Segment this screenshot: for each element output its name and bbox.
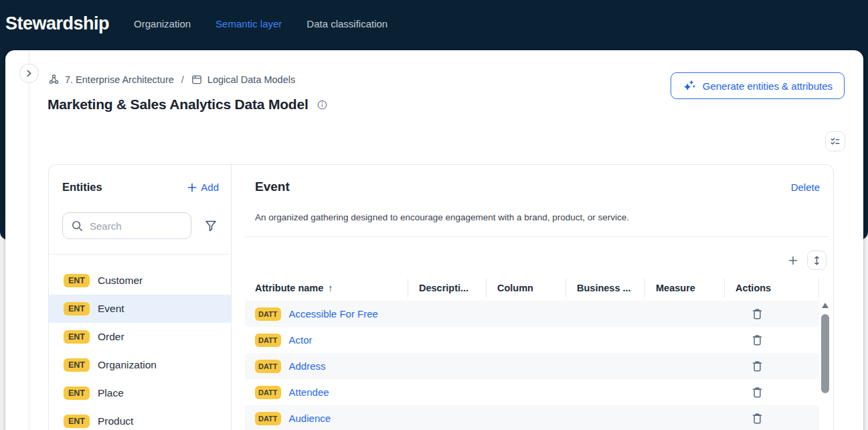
entity-item-product[interactable]: ENT Product — [49, 407, 231, 430]
sidebar-rail-divider — [29, 50, 29, 430]
plus-icon — [788, 255, 798, 266]
entity-name: Order — [98, 331, 124, 343]
hierarchy-icon — [48, 74, 60, 85]
entity-list: ENT Customer ENT Event ENT Order ENT Org… — [49, 267, 231, 430]
entity-name: Event — [98, 303, 124, 315]
search-box[interactable] — [62, 212, 191, 239]
trash-icon — [752, 308, 762, 320]
entity-item-organization[interactable]: ENT Organization — [49, 351, 231, 379]
delete-entity-button[interactable]: Delete — [791, 182, 820, 193]
column-header-label: Attribute name — [255, 283, 323, 293]
delete-attribute-button[interactable] — [752, 308, 762, 320]
column-header-measure[interactable]: Measure — [645, 279, 725, 297]
table-scrollbar[interactable] — [820, 303, 829, 430]
entities-divider — [49, 254, 231, 255]
attribute-type-badge: DATT — [255, 334, 281, 347]
search-icon — [71, 220, 84, 232]
table-row: DATT Address — [245, 353, 819, 379]
delete-attribute-button[interactable] — [752, 334, 762, 346]
trash-icon — [752, 386, 762, 399]
entity-type-badge: ENT — [64, 386, 90, 400]
plus-icon — [187, 183, 197, 192]
table-toolbar — [788, 250, 827, 270]
chevron-right-icon — [25, 70, 33, 77]
info-icon[interactable] — [317, 100, 327, 110]
attribute-name-link[interactable]: Audience — [289, 413, 331, 424]
search-input[interactable] — [90, 220, 183, 232]
attribute-type-badge: DATT — [255, 307, 281, 321]
breadcrumb-item-logical-data-models[interactable]: Logical Data Models — [191, 74, 295, 85]
entities-title: Entities — [62, 181, 102, 194]
nav-item-organization[interactable]: Organization — [134, 18, 191, 29]
generate-entities-button[interactable]: Generate entities & attributes — [671, 72, 845, 99]
entity-detail-title: Event — [255, 180, 290, 194]
model-icon — [191, 74, 202, 85]
nav-item-semantic-layer[interactable]: Semantic layer — [215, 18, 282, 29]
entity-item-place[interactable]: ENT Place — [49, 379, 231, 407]
entity-type-badge: ENT — [64, 330, 90, 344]
content-card: 7. Enterprise Architecture / Logical Dat… — [5, 50, 863, 430]
attribute-type-badge: DATT — [255, 386, 281, 399]
entity-name: Product — [98, 415, 133, 427]
attribute-name-link[interactable]: Attendee — [289, 386, 329, 398]
model-editor-panel: Entities Add — [48, 164, 834, 430]
entity-description: An organized gathering designed to encou… — [255, 212, 813, 222]
column-header-business[interactable]: Business ... — [566, 279, 645, 297]
table-row: DATT Accessible For Free — [245, 301, 819, 327]
breadcrumb-label: Logical Data Models — [207, 74, 295, 85]
checklist-icon — [830, 136, 841, 147]
app-root: Stewardship Organization Semantic layer … — [0, 0, 868, 430]
entity-item-order[interactable]: ENT Order — [49, 323, 231, 351]
filter-icon — [205, 220, 217, 232]
attribute-name-link[interactable]: Address — [289, 360, 326, 372]
add-attribute-button[interactable] — [788, 255, 798, 266]
entities-panel: Entities Add — [49, 165, 232, 430]
entity-item-event[interactable]: ENT Event — [49, 295, 231, 323]
trash-icon — [752, 413, 762, 425]
breadcrumb: 7. Enterprise Architecture / Logical Dat… — [48, 74, 295, 85]
entity-type-badge: ENT — [64, 274, 90, 287]
nav-item-data-classification[interactable]: Data classification — [307, 18, 387, 29]
expand-sidebar-button[interactable] — [19, 64, 39, 83]
delete-attribute-button[interactable] — [752, 413, 762, 425]
filter-button[interactable] — [199, 220, 222, 232]
entity-detail-panel: Event Delete An organized gathering desi… — [232, 165, 833, 430]
page-title: Marketing & Sales Analytics Data Model — [48, 96, 309, 113]
trash-icon — [752, 334, 762, 346]
table-row: DATT Attendee — [245, 379, 819, 405]
table-row: DATT Audience — [245, 405, 819, 430]
entity-name: Place — [98, 387, 124, 399]
entity-name: Organization — [98, 359, 157, 371]
attributes-table-body: DATT Accessible For Free DATT Actor DATT… — [245, 301, 819, 430]
attribute-type-badge: DATT — [255, 412, 281, 425]
column-header-attribute-name[interactable]: Attribute name ↑ — [255, 279, 408, 297]
entity-type-badge: ENT — [64, 358, 90, 372]
delete-attribute-button[interactable] — [752, 386, 762, 399]
entity-item-customer[interactable]: ENT Customer — [49, 267, 231, 295]
attribute-type-badge: DATT — [255, 360, 281, 373]
scrollbar-thumb[interactable] — [821, 314, 829, 393]
entity-name: Customer — [98, 275, 143, 287]
entity-type-badge: ENT — [64, 415, 90, 428]
top-bar: Stewardship Organization Semantic layer … — [0, 0, 868, 47]
scroll-up-icon[interactable] — [822, 303, 829, 308]
page-title-row: Marketing & Sales Analytics Data Model — [48, 96, 327, 113]
sparkles-icon — [683, 79, 696, 92]
top-nav: Organization Semantic layer Data classif… — [134, 18, 387, 29]
attribute-name-link[interactable]: Actor — [289, 334, 313, 346]
generate-entities-label: Generate entities & attributes — [703, 80, 833, 92]
entities-header: Entities Add — [62, 181, 219, 194]
reorder-rows-button[interactable] — [807, 250, 827, 270]
column-header-actions[interactable]: Actions — [725, 279, 819, 297]
delete-attribute-button[interactable] — [752, 360, 762, 372]
app-title: Stewardship — [5, 13, 109, 34]
detail-divider — [245, 236, 829, 237]
checklist-settings-button[interactable] — [825, 131, 845, 151]
breadcrumb-item-enterprise-architecture[interactable]: 7. Enterprise Architecture — [48, 74, 174, 85]
column-header-description[interactable]: Descripti... — [408, 279, 487, 297]
attribute-name-link[interactable]: Accessible For Free — [289, 308, 378, 319]
add-entity-button[interactable]: Add — [187, 182, 219, 193]
column-header-column[interactable]: Column — [487, 279, 566, 297]
breadcrumb-label: 7. Enterprise Architecture — [65, 74, 174, 85]
entity-type-badge: ENT — [64, 302, 90, 315]
